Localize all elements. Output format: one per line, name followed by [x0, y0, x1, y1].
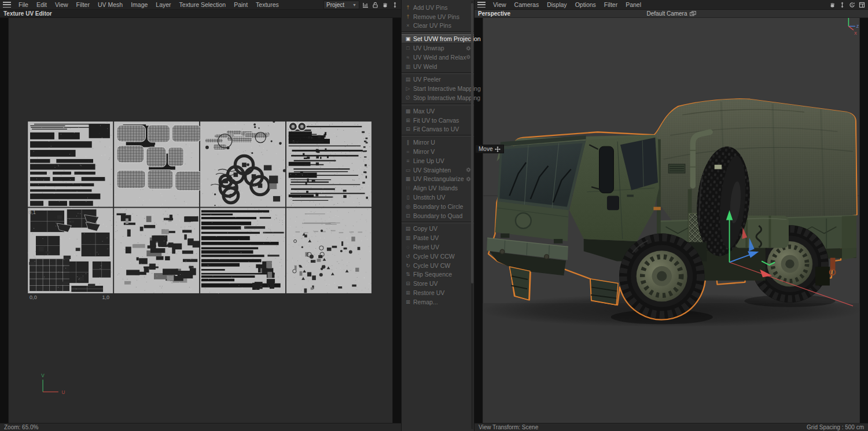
uv-tile-0-0[interactable]: [28, 121, 113, 207]
viewport-menu-cameras[interactable]: Cameras: [510, 1, 543, 8]
uv-canvas[interactable]: 0,1 0,0 1,0 V U: [0, 18, 401, 423]
viewport-menu-display[interactable]: Display: [543, 1, 571, 8]
uv-editor-menu-paint[interactable]: Paint: [230, 1, 252, 8]
uv-menu-item-add-uv-pins[interactable]: †Add UV Pins: [402, 3, 474, 12]
uv-editor-menu-file[interactable]: File: [14, 1, 32, 8]
uv-peeler-icon: ▤: [404, 76, 412, 82]
uv-menu-item-remove-uv-pins[interactable]: †Remove UV Pins: [402, 12, 474, 21]
uv-menu-item-fit-uv-to-canvas[interactable]: ⊞Fit UV to Canvas: [402, 116, 474, 125]
uv-menu-item-label: Remove UV Pins: [413, 13, 459, 20]
lock-icon[interactable]: [372, 1, 379, 9]
uv-menu-item-uv-weld[interactable]: ▥UV Weld: [402, 62, 474, 71]
gear-icon[interactable]: [466, 176, 471, 182]
panel-layout-icon[interactable]: [858, 1, 866, 9]
project-dropdown[interactable]: Project ▼: [323, 1, 359, 9]
uv-editor-menu-filter[interactable]: Filter: [72, 1, 94, 8]
flip-sequence-icon: ⇅: [404, 271, 412, 277]
uv-editor-menu-image[interactable]: Image: [127, 1, 152, 8]
updown-arrow-icon[interactable]: [391, 1, 399, 9]
updown-arrow-icon[interactable]: [838, 1, 846, 9]
viewport-menu-filter[interactable]: Filter: [600, 1, 621, 8]
camera-label[interactable]: Default Camera: [646, 10, 687, 17]
copy-uv-icon: ▤: [404, 226, 412, 231]
hand-icon[interactable]: [381, 1, 389, 9]
uv-menu-item-line-up-uv[interactable]: ≡Line Up UV: [402, 156, 474, 165]
uv-tile-3-1[interactable]: [286, 208, 372, 293]
project-dropdown-value: Project: [326, 2, 344, 8]
uv-menu-item-flip-sequence[interactable]: ⇅Flip Sequence: [402, 270, 474, 279]
uv-editor-menu-texture-selection[interactable]: Texture Selection: [175, 1, 230, 8]
uv-menu-item-label: UV Peeler: [413, 76, 441, 83]
uv-menu-item-mirror-u[interactable]: ∥Mirror U: [402, 138, 474, 147]
gear-icon[interactable]: [466, 54, 471, 60]
uv-menu-item-start-interactive-mapping[interactable]: ▷Start Interactive Mapping: [402, 84, 474, 93]
viewport-menubar: ViewCamerasDisplayOptionsFilterPanel: [475, 0, 868, 10]
scrollbar-thumb[interactable]: [471, 3, 473, 283]
uv-tile-2-1[interactable]: [200, 208, 285, 293]
uv-menu-item-uv-weld-and-relax[interactable]: ≈UV Weld and Relax: [402, 53, 474, 62]
uv-menu-item-clear-uv-pins[interactable]: ×Clear UV Pins: [402, 21, 474, 31]
uv-menu-item-stop-interactive-mapping[interactable]: ∅Stop Interactive Mapping: [402, 93, 474, 102]
uv-menu-item-cycle-uv-cw[interactable]: ↻Cycle UV CW: [402, 261, 474, 270]
viewport-menu-panel[interactable]: Panel: [621, 1, 645, 8]
uv-tile-1-1[interactable]: [114, 208, 205, 293]
uv-tile-3-0[interactable]: [286, 121, 372, 207]
clear-uv-pins-icon: ×: [404, 23, 412, 28]
uv-menu-item-boundary-to-circle[interactable]: ◎Boundary to Circle: [402, 202, 474, 211]
uv-menu-item-uv-peeler[interactable]: ▤UV Peeler: [402, 75, 474, 84]
paste-uv-icon: ▥: [404, 235, 412, 241]
uv-menu-item-label: Restore UV: [413, 289, 444, 296]
uv-menu-item-uv-straighten[interactable]: ▭UV Straighten: [402, 165, 474, 175]
uv-menu-item-align-uv-islands[interactable]: ∷Align UV Islands: [402, 183, 474, 193]
gear-icon[interactable]: [466, 167, 471, 172]
move-cross-icon: [495, 146, 501, 152]
uv-menu-item-restore-uv[interactable]: ⊞Restore UV: [402, 288, 474, 297]
menu-separator: [402, 222, 474, 223]
side-mirror: [599, 146, 614, 193]
camera-switch-icon[interactable]: [690, 11, 696, 16]
uv-menu-item-store-uv[interactable]: ⊟Store UV: [402, 279, 474, 288]
uv-editor-menu-layer[interactable]: Layer: [152, 1, 175, 8]
move-tooltip-label: Move: [479, 146, 492, 152]
cycle-uv-ccw-icon: ↺: [404, 253, 412, 259]
uv-editor-menu-edit[interactable]: Edit: [32, 1, 51, 8]
uv-menu-item-reset-uv[interactable]: ◌Reset UV: [402, 242, 474, 252]
rear-mudflap: [815, 267, 830, 286]
uv-menu-item-uv-unwrap[interactable]: □UV Unwrap: [402, 43, 474, 53]
uv-editor-menu-uv-mesh[interactable]: UV Mesh: [94, 1, 127, 8]
uv-menu-item-cycle-uv-ccw[interactable]: ↺Cycle UV CCW: [402, 252, 474, 261]
uv-menu-item-set-uvw-from-projection[interactable]: ▣Set UVW from Projection: [402, 34, 474, 43]
uv-menu-item-uv-rectangularize[interactable]: ▦UV Rectangularize: [402, 175, 474, 184]
viewport-menu-view[interactable]: View: [489, 1, 510, 8]
viewport-header: Perspective Default Camera: [475, 10, 868, 18]
uv-axis-v-label: V: [41, 373, 45, 378]
uv-menu-item-max-uv[interactable]: ▩Max UV: [402, 106, 474, 116]
uv-menu-item-label: Flip Sequence: [413, 271, 452, 278]
uv-menu-item-paste-uv[interactable]: ▥Paste UV: [402, 233, 474, 242]
histogram-icon[interactable]: [362, 1, 369, 9]
uv-menu-item-mirror-v[interactable]: =Mirror V: [402, 147, 474, 156]
uv-menu-item-copy-uv[interactable]: ▤Copy UV: [402, 224, 474, 234]
cycle-uv-cw-icon: ↻: [404, 263, 412, 268]
uv-editor-menu-view[interactable]: View: [51, 1, 72, 8]
rotate-view-icon[interactable]: [848, 1, 856, 9]
uv-menu-item-fit-canvas-to-uv[interactable]: ⊟Fit Canvas to UV: [402, 125, 474, 134]
view-mode-label[interactable]: Perspective: [478, 10, 510, 17]
hamburger-menu-icon[interactable]: [3, 2, 11, 8]
uv-menu-item-label: Copy UV: [413, 225, 437, 232]
uv-tile-1-0[interactable]: [114, 121, 203, 207]
viewport-menu-options[interactable]: Options: [571, 1, 600, 8]
uv-menu-item-boundary-to-quad[interactable]: ⊡Boundary to Quad: [402, 211, 474, 220]
viewport-3d[interactable]: Y Z X: [475, 18, 868, 423]
hamburger-menu-icon[interactable]: [477, 2, 486, 8]
remap-icon: ⊠: [404, 299, 412, 305]
uv-editor-menu-textures[interactable]: Textures: [252, 1, 283, 8]
hand-icon[interactable]: [829, 1, 836, 9]
gear-icon[interactable]: [466, 46, 471, 51]
uv-menu-item-remap[interactable]: ⊠Remap...: [402, 297, 474, 307]
uv-tile-2-0[interactable]: [200, 120, 286, 207]
uv-menu-item-unstitch-uv[interactable]: ▯Unstitch UV: [402, 193, 474, 202]
uv-menu-item-label: Cycle UV CW: [413, 262, 450, 269]
uv-tile-0-1[interactable]: [28, 208, 113, 293]
fit-uv-to-canvas-icon: ⊞: [404, 117, 412, 123]
